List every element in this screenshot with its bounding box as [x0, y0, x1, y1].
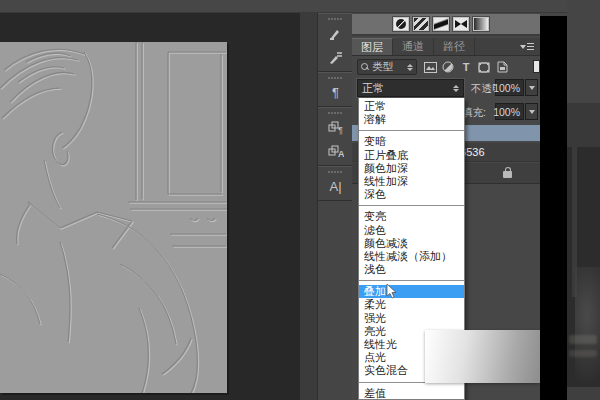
- fill-value[interactable]: 100%: [495, 103, 524, 120]
- panel-dock-column: ¶¶AA|: [317, 13, 352, 400]
- search-icon: [361, 63, 369, 71]
- filter-kind-label: 类型: [372, 60, 393, 74]
- screen-right-edge: [567, 0, 600, 400]
- options-bar: [0, 0, 600, 13]
- presets-strip: [352, 14, 540, 36]
- gradient-preview-popup: [425, 330, 540, 383]
- dock-section: A|: [318, 166, 352, 201]
- select-spinner-icon: [453, 85, 459, 92]
- partial-swatch: [533, 60, 540, 73]
- type-filter-icon[interactable]: T: [459, 60, 473, 74]
- filter-icons: T: [423, 60, 509, 74]
- paragraph-styles-panel-icon[interactable]: ¶: [318, 115, 353, 139]
- emboss-sketch: [0, 42, 227, 393]
- menu-divider: [359, 130, 464, 131]
- blend-mode-select[interactable]: 正常: [357, 79, 464, 97]
- smart-object-filter-icon[interactable]: [495, 60, 509, 74]
- svg-text:¶: ¶: [338, 125, 343, 135]
- menu-divider: [359, 205, 464, 206]
- fill-label: 填充:: [462, 106, 486, 120]
- dock-section: [318, 13, 352, 72]
- panel-dock: ¶¶AA|: [300, 13, 352, 400]
- opacity-dropdown-button[interactable]: [525, 79, 538, 96]
- shape-filter-icon[interactable]: [477, 60, 491, 74]
- dock-section: ¶A: [318, 107, 352, 166]
- edge-photo: [567, 147, 600, 387]
- tab-channels[interactable]: 通道: [393, 38, 434, 55]
- lock-icon: [503, 167, 512, 178]
- select-spinner-icon: [407, 64, 413, 71]
- fill-dropdown-button[interactable]: [525, 103, 538, 120]
- opacity-value[interactable]: 100%: [495, 79, 524, 96]
- divider-black-strip: [540, 16, 567, 400]
- character-styles-panel-icon[interactable]: A: [318, 139, 353, 163]
- watermark: [569, 335, 597, 344]
- photoshop-window: ¶¶AA| 图层 通道 路径 类型 T 正常: [0, 0, 600, 400]
- blend-menu-item[interactable]: 变亮: [359, 210, 464, 223]
- brush-presets-panel-icon[interactable]: [318, 45, 353, 69]
- dock-empty-space: [318, 201, 352, 400]
- blend-menu-item[interactable]: 正常: [359, 100, 464, 113]
- gradient-bar-preset-icon[interactable]: [473, 17, 489, 31]
- panel-menu-icon[interactable]: [520, 42, 534, 52]
- blend-row: 正常 不透明度: 100%: [352, 78, 540, 99]
- diagonal-stripes-preset-icon[interactable]: [413, 17, 429, 31]
- blend-menu-item[interactable]: 变暗: [359, 135, 464, 148]
- blend-menu-item[interactable]: 滤色: [359, 224, 464, 237]
- svg-text:A: A: [338, 149, 344, 159]
- adjustment-filter-icon[interactable]: [441, 60, 455, 74]
- blend-menu-item[interactable]: 叠加: [359, 285, 464, 298]
- pixel-filter-icon[interactable]: [423, 60, 437, 74]
- blend-menu-item[interactable]: 颜色加深: [359, 162, 464, 175]
- paragraph-panel-icon[interactable]: ¶: [318, 80, 353, 104]
- watermark: [569, 350, 597, 357]
- edge-band: [567, 103, 600, 147]
- blend-menu-item[interactable]: 线性减淡（添加）: [359, 250, 464, 263]
- wave-band-preset-icon[interactable]: [433, 17, 449, 31]
- blend-menu-item[interactable]: 颜色减淡: [359, 237, 464, 250]
- tab-layers[interactable]: 图层: [352, 38, 393, 55]
- circle-diagonal-preset-icon[interactable]: [393, 17, 409, 31]
- document-image[interactable]: [0, 42, 227, 393]
- blend-menu-item[interactable]: 柔光: [359, 298, 464, 311]
- menu-divider: [359, 280, 464, 281]
- blend-menu-item[interactable]: 强光: [359, 312, 464, 325]
- blend-menu-item[interactable]: 深色: [359, 188, 464, 201]
- blend-menu-item[interactable]: 溶解: [359, 113, 464, 126]
- brush-panel-icon[interactable]: [318, 21, 353, 45]
- tab-paths[interactable]: 路径: [434, 38, 475, 55]
- blend-menu-item[interactable]: 线性加深: [359, 175, 464, 188]
- dock-section: ¶: [318, 72, 352, 107]
- mouse-cursor-icon: [385, 283, 397, 300]
- dual-triangles-preset-icon[interactable]: [453, 17, 469, 31]
- edge-figure: [575, 267, 600, 387]
- blend-menu-item[interactable]: 浅色: [359, 263, 464, 276]
- character-panel-icon[interactable]: A|: [318, 174, 353, 198]
- blend-menu-item[interactable]: 正片叠底: [359, 149, 464, 162]
- blend-mode-value: 正常: [362, 81, 384, 96]
- chevron-down-icon: [520, 45, 526, 49]
- layer-filter-row: 类型 T: [352, 57, 540, 77]
- blend-menu-item[interactable]: 差值: [359, 387, 464, 400]
- canvas-area: [0, 13, 300, 400]
- panel-tabs: 图层 通道 路径: [352, 38, 540, 56]
- edge-bottom: [567, 387, 600, 400]
- filter-kind-select[interactable]: 类型: [357, 59, 417, 75]
- menu-bars-icon: [527, 43, 534, 50]
